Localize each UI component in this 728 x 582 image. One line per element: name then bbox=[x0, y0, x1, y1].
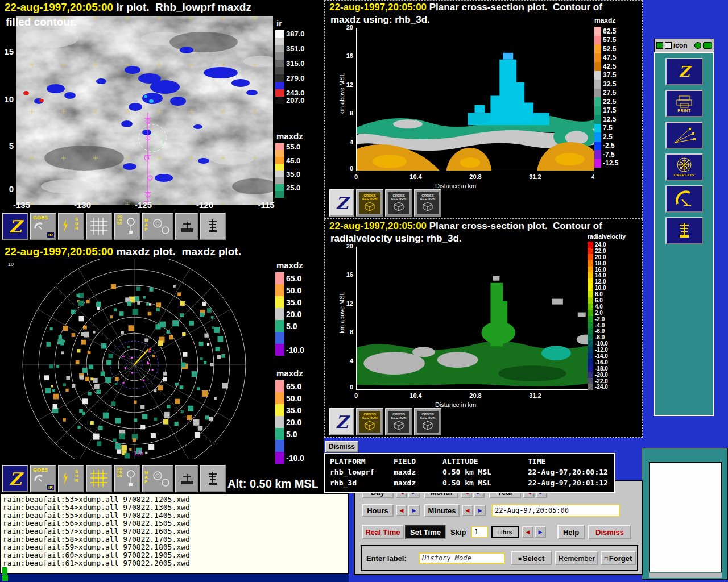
cross-section-icon-2[interactable]: CROSS SECTION bbox=[385, 189, 412, 217]
colorbar-label: 315.0 bbox=[286, 59, 305, 68]
colorbar-entry: 45.0 bbox=[275, 157, 324, 164]
grid-icon[interactable] bbox=[86, 213, 112, 240]
side-window[interactable] bbox=[642, 448, 728, 580]
colorbar-swatch bbox=[588, 316, 593, 322]
sweep-icon[interactable] bbox=[665, 122, 703, 149]
colorbar-swatch bbox=[275, 143, 284, 150]
xterm-window[interactable]: rain:beaufait:53>xdump.all 970822.1205.x… bbox=[0, 493, 349, 574]
hrs-checkbox[interactable]: □hrs bbox=[491, 526, 519, 538]
select-button[interactable]: ■Select bbox=[511, 551, 552, 565]
xsec-plot-frame bbox=[356, 247, 595, 390]
colorbar-entry: -12.0 bbox=[588, 347, 642, 353]
cross-section-icon-3[interactable]: CROSS SECTION bbox=[414, 408, 441, 435]
colorbar-entry: 22.0 bbox=[588, 248, 642, 254]
table-row[interactable]: rhb_lowprf maxdz 0.50 km MSL 22-Aug-97,2… bbox=[330, 467, 610, 477]
table-row[interactable]: rhb_3d maxdz 0.50 km MSL 22-Aug-97,20:01… bbox=[330, 477, 610, 488]
window-maximize-icon[interactable] bbox=[703, 42, 712, 49]
colorbar-swatch bbox=[275, 97, 284, 104]
antenna-glyph bbox=[204, 470, 221, 487]
colorbar-entry: 14.0 bbox=[588, 272, 642, 278]
hours-button[interactable]: Hours bbox=[362, 504, 394, 517]
stepper-left-icon[interactable]: ◀ bbox=[462, 505, 473, 516]
stepper-left-icon[interactable]: ◀ bbox=[396, 505, 407, 516]
ship-icon[interactable] bbox=[175, 213, 198, 240]
x-axis-label: Distance in km bbox=[410, 401, 501, 408]
web-glyph bbox=[676, 157, 693, 173]
colorbar-label: 57.5 bbox=[603, 36, 616, 44]
zebra-logo-icon[interactable]: Z bbox=[329, 408, 354, 435]
ir-ytick: 5 bbox=[1, 141, 14, 151]
soundings-icon[interactable]: SOUNDS bbox=[114, 213, 140, 240]
set-time-button[interactable]: Set Time bbox=[405, 525, 446, 539]
label-entry-group: Enter label: History Mode ■Select Rememb… bbox=[361, 545, 638, 571]
grid-icon[interactable] bbox=[86, 465, 112, 492]
colorbar-swatch bbox=[594, 142, 601, 151]
zebra-logo-icon[interactable]: Z bbox=[329, 189, 354, 217]
icon-palette-titlebar[interactable]: icon bbox=[654, 39, 714, 52]
colorbar-swatch bbox=[588, 322, 593, 329]
antenna-icon[interactable] bbox=[200, 465, 226, 492]
colorbar-entry: 65.0 bbox=[275, 272, 324, 284]
forget-button[interactable]: □Forget bbox=[601, 551, 636, 565]
colorbar-title: radialvelocity bbox=[588, 233, 642, 240]
colorbar-label: 27.5 bbox=[603, 89, 616, 97]
cross-section-icon-1[interactable]: CROSS SECTION bbox=[356, 189, 383, 217]
goes-ir-icon[interactable]: GOES IR bbox=[30, 465, 56, 492]
map-icon[interactable]: MAP bbox=[142, 213, 173, 240]
terminal-line: rain:beaufait:59>xdump.all 970822.1805.x… bbox=[3, 543, 348, 551]
remember-button[interactable]: Remember bbox=[555, 551, 598, 565]
antenna-icon[interactable] bbox=[200, 213, 226, 240]
colorbar-entry: 7.5 bbox=[594, 124, 641, 133]
stepper-right-icon[interactable]: ▶ bbox=[474, 505, 486, 516]
ship-icon[interactable] bbox=[175, 465, 198, 492]
terminal-line: rain:beaufait:56>xdump.all 970822.1505.x… bbox=[3, 519, 348, 527]
colorbar-label: 12.5 bbox=[603, 115, 616, 123]
table-dismiss-button[interactable]: Dismiss bbox=[325, 441, 358, 452]
stepper-right-icon[interactable]: ▶ bbox=[408, 505, 420, 516]
zebra-logo-icon[interactable]: Z bbox=[2, 465, 28, 492]
goes-ir-icon[interactable]: GOES IR bbox=[30, 213, 56, 240]
window-menu-icon[interactable] bbox=[656, 42, 663, 49]
radar-dish-icon[interactable] bbox=[665, 185, 703, 213]
skip-value-field[interactable]: 1 bbox=[471, 526, 488, 538]
map-icon[interactable]: MAP bbox=[142, 465, 173, 492]
surface-icon[interactable]: SUR bbox=[58, 465, 84, 492]
colorbar-entry: 20.0 bbox=[275, 308, 324, 320]
colorbar-swatch bbox=[588, 340, 593, 347]
colorbar-entry: 12.5 bbox=[594, 115, 641, 124]
soundings-icon[interactable]: SOUNDS bbox=[114, 465, 140, 492]
help-button[interactable]: Help bbox=[557, 525, 585, 539]
cross-section-icon-1[interactable]: CROSS SECTION bbox=[356, 408, 383, 435]
label-input[interactable]: History Mode bbox=[419, 552, 505, 564]
antenna-glyph bbox=[675, 221, 694, 240]
window-iconify-icon[interactable] bbox=[694, 42, 701, 49]
colorbar-swatch bbox=[275, 440, 284, 452]
stepper-right-icon[interactable]: ▶ bbox=[535, 526, 546, 538]
zebra-logo-icon[interactable]: Z bbox=[665, 58, 703, 85]
xsec-plot-frame bbox=[356, 28, 595, 171]
cross-section-icon-2[interactable]: CROSS SECTION bbox=[385, 408, 412, 435]
real-time-button[interactable]: Real Time bbox=[362, 525, 404, 539]
xsec-maxdz-panel: 22-aug-1997,20:05:00 Planar cross-sectio… bbox=[324, 0, 643, 219]
print-icon[interactable]: PRINT bbox=[665, 90, 703, 117]
antenna-glyph bbox=[204, 218, 221, 235]
cross-section-icon-3[interactable]: CROSS SECTION bbox=[414, 189, 441, 217]
colorbar-swatch bbox=[275, 171, 284, 177]
time-display-field[interactable]: 22-Aug-97,20:05:00 bbox=[491, 504, 620, 517]
ppi-corner-label: 10 bbox=[8, 261, 14, 267]
colorbar-entry: 351.0 bbox=[275, 45, 324, 52]
colorbar-swatch bbox=[594, 27, 601, 36]
minutes-button[interactable]: Minutes bbox=[424, 504, 460, 517]
dismiss-button[interactable]: Dismiss bbox=[588, 525, 631, 539]
surface-icon[interactable]: SUR bbox=[58, 213, 84, 240]
window-button-icon[interactable] bbox=[665, 42, 672, 49]
colorbar-entry: -10.0 bbox=[588, 340, 642, 347]
colorbar-label: 50.0 bbox=[286, 286, 301, 295]
colorbar-swatch bbox=[588, 291, 593, 297]
stepper-left-icon[interactable]: ◀ bbox=[522, 526, 533, 538]
colorbar-label: -8.0 bbox=[595, 334, 605, 340]
overlays-icon[interactable]: OVERLAYS bbox=[665, 153, 703, 181]
zebra-logo-icon[interactable]: Z bbox=[2, 213, 28, 240]
antenna-icon[interactable] bbox=[665, 217, 703, 244]
cube-glyph bbox=[421, 201, 435, 212]
